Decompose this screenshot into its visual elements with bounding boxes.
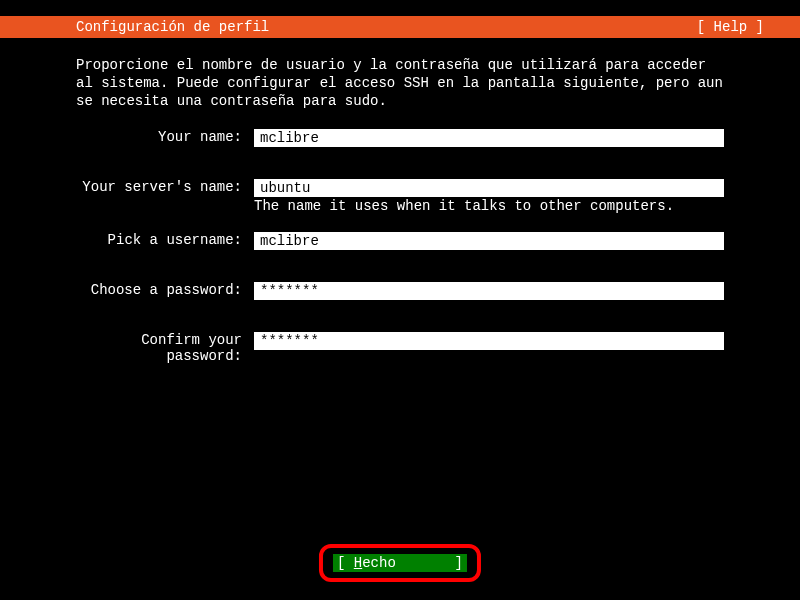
done-rest: echo ]	[362, 555, 463, 571]
row-username: Pick a username: mclibre	[68, 232, 724, 250]
row-your-name: Your name: mclibre	[68, 129, 724, 147]
label-username: Pick a username:	[68, 232, 254, 248]
content-area: Proporcione el nombre de usuario y la co…	[0, 38, 800, 364]
input-username[interactable]: mclibre	[254, 232, 724, 250]
input-password[interactable]: *******	[254, 282, 724, 300]
done-button[interactable]: [ Hecho ]	[333, 554, 467, 572]
profile-form: Your name: mclibre Your server's name: u…	[68, 129, 724, 364]
highlight-ring: [ Hecho ]	[319, 544, 481, 582]
description-text: Proporcione el nombre de usuario y la co…	[76, 56, 724, 111]
page-title: Configuración de perfil	[18, 19, 269, 35]
label-server-name: Your server's name:	[68, 179, 254, 195]
footer-button-highlight: [ Hecho ]	[319, 544, 481, 582]
input-your-name[interactable]: mclibre	[254, 129, 724, 147]
done-bracket-open: [	[337, 555, 354, 571]
hint-server-name: The name it uses when it talks to other …	[254, 198, 724, 214]
label-your-name: Your name:	[68, 129, 254, 145]
row-server-name: Your server's name: ubuntu The name it u…	[68, 179, 724, 216]
header-bar: Configuración de perfil [ Help ]	[0, 16, 800, 38]
done-hotkey: H	[354, 555, 362, 571]
row-password: Choose a password: *******	[68, 282, 724, 300]
help-button[interactable]: [ Help ]	[697, 19, 782, 35]
label-password: Choose a password:	[68, 282, 254, 298]
input-server-name[interactable]: ubuntu	[254, 179, 724, 197]
input-confirm-password[interactable]: *******	[254, 332, 724, 350]
row-confirm-password: Confirm your password: *******	[68, 332, 724, 364]
label-confirm-password: Confirm your password:	[68, 332, 254, 364]
